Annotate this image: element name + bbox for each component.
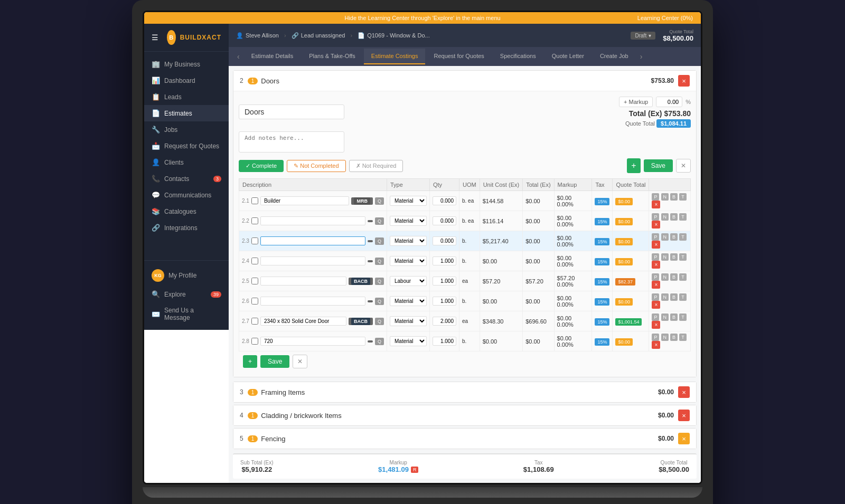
p-btn[interactable]: P bbox=[652, 233, 659, 241]
qty-input[interactable] bbox=[433, 216, 456, 225]
row-check[interactable] bbox=[251, 318, 258, 325]
sidebar-item-leads[interactable]: 📋 Leads bbox=[144, 89, 229, 105]
section-4-delete-btn[interactable]: × bbox=[678, 410, 690, 421]
sidebar-item-catalogues[interactable]: 📚 Catalogues bbox=[144, 203, 229, 220]
row-check[interactable] bbox=[251, 278, 258, 284]
breadcrumb-quote[interactable]: 📄 Q1069 - Window & Do... bbox=[358, 32, 430, 39]
sidebar-item-send-message[interactable]: ✉️ Send Us a Message bbox=[144, 302, 229, 326]
search-btn[interactable]: Q bbox=[375, 258, 384, 265]
markup-input[interactable] bbox=[656, 97, 682, 107]
breadcrumb-lead[interactable]: 🔗 Lead unassigned bbox=[292, 32, 345, 39]
search-btn[interactable]: Q bbox=[375, 298, 384, 305]
row-check[interactable] bbox=[251, 217, 258, 224]
n-btn[interactable]: N bbox=[661, 213, 669, 221]
row-check[interactable] bbox=[251, 237, 258, 244]
search-btn[interactable]: Q bbox=[375, 338, 384, 345]
i-btn[interactable]: B bbox=[670, 213, 678, 221]
search-btn[interactable]: Q bbox=[375, 318, 384, 325]
t-btn[interactable]: T bbox=[679, 213, 687, 221]
bacb-btn[interactable]: BACB bbox=[349, 318, 373, 325]
i-btn[interactable]: B bbox=[670, 273, 678, 281]
add-item-btn[interactable]: + bbox=[243, 355, 257, 368]
qty-input[interactable] bbox=[433, 277, 456, 286]
t-btn[interactable]: T bbox=[679, 273, 687, 281]
badge-btn[interactable] bbox=[368, 300, 373, 302]
n-btn[interactable]: N bbox=[661, 273, 669, 281]
qty-input[interactable] bbox=[433, 297, 456, 306]
breadcrumb-user[interactable]: 👤 Steve Allison bbox=[236, 32, 279, 39]
sidebar-item-my-business[interactable]: 🏢 My Business bbox=[144, 56, 229, 72]
tab-quote-letter[interactable]: Quote Letter bbox=[544, 49, 592, 64]
search-btn[interactable]: Q bbox=[375, 237, 384, 245]
del-btn[interactable]: × bbox=[652, 201, 660, 208]
row-check[interactable] bbox=[251, 338, 258, 345]
tab-rfq[interactable]: Request for Quotes bbox=[426, 49, 491, 64]
type-select[interactable]: Material bbox=[390, 256, 427, 266]
section-5-delete-btn[interactable]: × bbox=[678, 433, 690, 444]
close-top-btn[interactable]: ✕ bbox=[676, 159, 691, 173]
t-btn[interactable]: T bbox=[679, 253, 687, 261]
section-title-input[interactable] bbox=[239, 104, 344, 119]
bacb-btn[interactable]: BACB bbox=[349, 278, 373, 285]
sidebar-item-rfq[interactable]: 📩 Request for Quotes bbox=[144, 138, 229, 154]
del-btn[interactable]: × bbox=[652, 221, 660, 229]
del-btn[interactable]: × bbox=[652, 301, 660, 309]
n-btn[interactable]: N bbox=[661, 233, 669, 241]
p-btn[interactable]: P bbox=[652, 193, 659, 201]
desc-input[interactable] bbox=[260, 216, 365, 225]
hamburger-icon[interactable]: ☰ bbox=[152, 33, 158, 42]
learning-center-link[interactable]: Learning Center (0%) bbox=[637, 15, 693, 21]
badge-btn[interactable] bbox=[368, 260, 373, 262]
mrb-btn[interactable]: MRB bbox=[351, 197, 373, 205]
markup-btn[interactable]: + Markup bbox=[619, 97, 653, 107]
desc-input[interactable] bbox=[260, 256, 365, 265]
desc-input-active[interactable] bbox=[260, 236, 365, 245]
desc-input[interactable] bbox=[260, 196, 350, 205]
del-btn[interactable]: × bbox=[652, 241, 660, 249]
sidebar-item-dashboard[interactable]: 📊 Dashboard bbox=[144, 72, 229, 89]
type-select[interactable]: Material bbox=[390, 336, 427, 346]
qty-input[interactable] bbox=[433, 337, 456, 346]
i-btn[interactable]: B bbox=[670, 193, 678, 201]
add-item-top-btn[interactable]: + bbox=[627, 158, 640, 173]
status-not-required-btn[interactable]: ✗ Not Required bbox=[349, 160, 403, 172]
p-btn[interactable]: P bbox=[652, 334, 659, 341]
draft-badge[interactable]: Draft ▾ bbox=[631, 32, 655, 40]
r-badge[interactable]: R bbox=[411, 467, 419, 473]
p-btn[interactable]: P bbox=[652, 273, 659, 281]
sidebar-item-integrations[interactable]: 🔗 Integrations bbox=[144, 220, 229, 236]
n-btn[interactable]: N bbox=[661, 193, 669, 201]
p-btn[interactable]: P bbox=[652, 213, 659, 221]
tab-plans-takeoffs[interactable]: Plans & Take-Offs bbox=[302, 49, 363, 64]
n-btn[interactable]: N bbox=[661, 334, 669, 341]
sidebar-item-jobs[interactable]: 🔧 Jobs bbox=[144, 121, 229, 138]
save-top-btn[interactable]: Save bbox=[644, 159, 673, 172]
t-btn[interactable]: T bbox=[679, 313, 687, 321]
i-btn[interactable]: B bbox=[670, 334, 678, 341]
desc-input[interactable] bbox=[260, 277, 346, 286]
del-btn[interactable]: × bbox=[652, 341, 660, 349]
cancel-bottom-btn[interactable]: ✕ bbox=[293, 355, 307, 368]
save-bottom-btn[interactable]: Save bbox=[260, 355, 289, 368]
tab-prev-btn[interactable]: ‹ bbox=[234, 50, 243, 63]
row-check[interactable] bbox=[251, 258, 258, 264]
type-select[interactable]: Material bbox=[390, 316, 427, 326]
i-btn[interactable]: B bbox=[670, 313, 678, 321]
badge-btn[interactable] bbox=[368, 240, 373, 242]
tab-next-btn[interactable]: › bbox=[637, 50, 646, 63]
t-btn[interactable]: T bbox=[679, 193, 687, 201]
n-btn[interactable]: N bbox=[661, 253, 669, 261]
row-check[interactable] bbox=[251, 298, 258, 305]
t-btn[interactable]: T bbox=[679, 233, 687, 241]
badge-btn[interactable] bbox=[368, 220, 373, 222]
del-btn[interactable]: × bbox=[652, 281, 660, 289]
i-btn[interactable]: B bbox=[670, 253, 678, 261]
t-btn[interactable]: T bbox=[679, 334, 687, 341]
del-btn[interactable]: × bbox=[652, 261, 660, 269]
tab-specifications[interactable]: Specifications bbox=[493, 49, 543, 64]
p-btn[interactable]: P bbox=[652, 293, 659, 301]
search-btn[interactable]: Q bbox=[375, 217, 384, 225]
sidebar-item-contacts[interactable]: 📞 Contacts 3 bbox=[144, 170, 229, 187]
p-btn[interactable]: P bbox=[652, 313, 659, 321]
i-btn[interactable]: B bbox=[670, 293, 678, 301]
